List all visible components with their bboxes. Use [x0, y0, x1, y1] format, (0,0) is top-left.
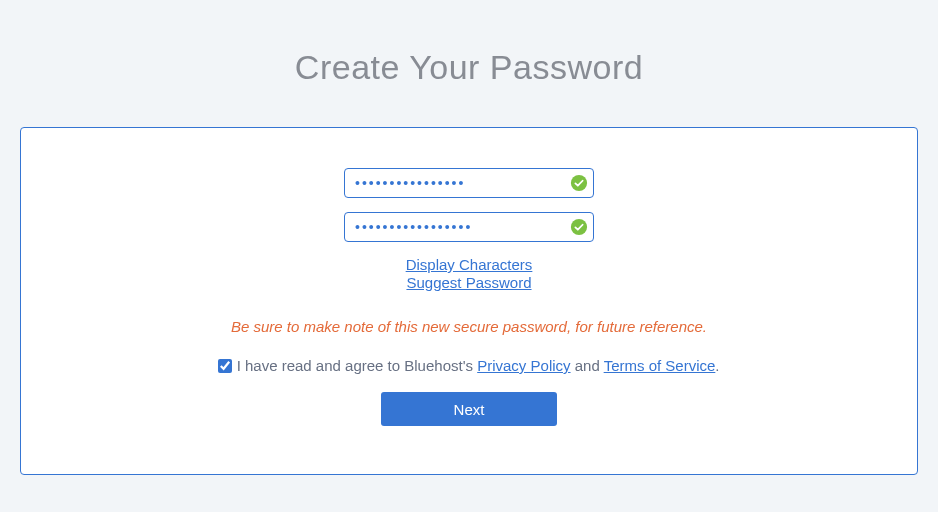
password-card: Display Characters Suggest Password Be s…: [20, 127, 918, 475]
suggest-password-link[interactable]: Suggest Password: [406, 274, 531, 291]
agree-row: I have read and agree to Bluehost's Priv…: [41, 357, 897, 374]
agree-suffix: .: [715, 357, 719, 374]
links-block: Display Characters Suggest Password: [41, 256, 897, 292]
page-title: Create Your Password: [0, 0, 938, 127]
confirm-password-field-wrap: [344, 212, 594, 242]
confirm-password-input[interactable]: [344, 212, 594, 242]
agree-prefix: I have read and agree to Bluehost's: [232, 357, 477, 374]
terms-of-service-link[interactable]: Terms of Service: [604, 357, 716, 374]
password-input[interactable]: [344, 168, 594, 198]
privacy-policy-link[interactable]: Privacy Policy: [477, 357, 570, 374]
password-note: Be sure to make note of this new secure …: [41, 318, 897, 335]
password-field-wrap: [344, 168, 594, 198]
agree-mid: and: [571, 357, 604, 374]
next-button[interactable]: Next: [381, 392, 557, 426]
display-characters-link[interactable]: Display Characters: [406, 256, 533, 273]
agree-checkbox[interactable]: [218, 359, 232, 373]
